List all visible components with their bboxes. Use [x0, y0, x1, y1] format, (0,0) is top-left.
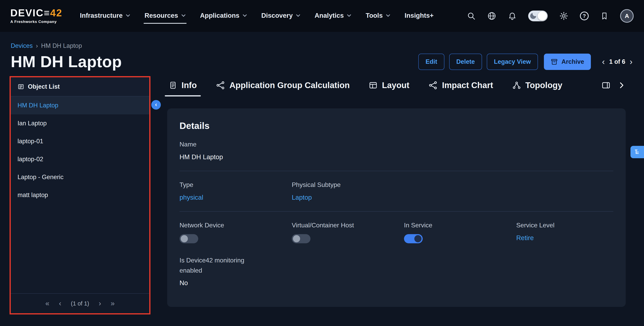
object-list-icon: [18, 83, 24, 90]
tab-impact-chart[interactable]: Impact Chart: [427, 79, 495, 96]
details-panel: Details Name HM DH Laptop Type physical …: [167, 108, 626, 307]
object-list-item[interactable]: laptop-02: [11, 150, 149, 168]
object-list-item[interactable]: laptop-01: [11, 132, 149, 150]
title-row: HM DH Laptop Edit Delete Legacy View Arc…: [11, 53, 633, 71]
share-nodes-icon: [216, 81, 225, 90]
chevron-down-icon: [181, 14, 186, 17]
list-prev-page-button[interactable]: ‹: [59, 299, 61, 308]
page-body: Devices › HM DH Laptop HM DH Laptop Edit…: [0, 42, 644, 313]
type-link[interactable]: physical: [180, 194, 203, 201]
content-row: Object List HM DH Laptop Ian Laptop lapt…: [11, 77, 633, 313]
object-list-item[interactable]: matt laptop: [11, 186, 149, 204]
nav-item-discovery[interactable]: Discovery: [260, 8, 301, 24]
field-label: Service Level: [516, 222, 613, 229]
sidebar-collapse-button[interactable]: ‹: [151, 100, 161, 110]
in-service-toggle[interactable]: [404, 234, 423, 243]
network-device-toggle[interactable]: [180, 234, 198, 243]
virtual-container-host-toggle[interactable]: [292, 234, 310, 243]
bookmarks-button[interactable]: [600, 12, 608, 20]
chevron-down-icon: [386, 14, 390, 17]
device42-app: DEVIC≡42 A Freshworks Company Infrastruc…: [0, 0, 644, 326]
chevron-down-icon: [126, 14, 130, 17]
top-nav: DEVIC≡42 A Freshworks Company Infrastruc…: [0, 0, 644, 32]
type-row: Type physical Physical Subtype Laptop: [180, 181, 613, 201]
nav-item-infrastructure[interactable]: Infrastructure: [79, 8, 131, 24]
field-in-service: In Service: [404, 222, 516, 243]
object-list-sidebar-wrap: Object List HM DH Laptop Ian Laptop lapt…: [11, 77, 149, 313]
nav-item-analytics[interactable]: Analytics: [314, 8, 352, 24]
field-value: HM DH Laptop: [180, 153, 613, 161]
tab-topology[interactable]: Topology: [511, 79, 564, 96]
field-name: Name HM DH Laptop: [180, 141, 613, 161]
nav-item-applications[interactable]: Applications: [199, 8, 248, 24]
field-monitoring: Is Device42 monitoring enabled No: [180, 255, 613, 287]
settings-button[interactable]: [559, 11, 568, 21]
tab-info[interactable]: Info: [167, 79, 198, 96]
theme-toggle-knob: [538, 11, 547, 21]
legacy-view-button[interactable]: Legacy View: [487, 54, 538, 70]
field-network-device: Network Device: [180, 222, 292, 243]
gear-icon: [559, 11, 568, 21]
chevron-down-icon: [347, 14, 351, 17]
device-actions: Edit Delete Legacy View Archive ‹ 1 of 6…: [418, 54, 633, 70]
topology-icon: [512, 81, 521, 90]
pager-next-button[interactable]: ›: [629, 58, 633, 66]
user-avatar[interactable]: A: [620, 9, 634, 23]
field-service-level: Service Level Retire: [516, 222, 613, 243]
tabs-scroll-right-button[interactable]: [617, 81, 626, 89]
detail-tabs: Info Application Group Calculation Layou…: [167, 77, 626, 96]
brand-logo[interactable]: DEVIC≡42 A Freshworks Company: [10, 8, 62, 24]
top-nav-utilities: ? A: [467, 9, 634, 23]
search-button[interactable]: [467, 12, 476, 20]
list-first-page-button[interactable]: «: [45, 299, 49, 308]
physical-subtype-link[interactable]: Laptop: [292, 194, 312, 201]
list-page-label: (1 of 1): [71, 300, 89, 307]
object-list-item[interactable]: Laptop - Generic: [11, 168, 149, 186]
object-list-item[interactable]: Ian Laptop: [11, 114, 149, 132]
tab-application-group-calculation[interactable]: Application Group Calculation: [214, 79, 351, 96]
tab-layout[interactable]: Layout: [367, 79, 411, 96]
list-next-page-button[interactable]: ›: [99, 299, 101, 308]
notifications-button[interactable]: [508, 12, 517, 20]
globe-button[interactable]: [487, 11, 496, 21]
layout-icon: [369, 81, 378, 90]
nav-item-tools[interactable]: Tools: [365, 8, 391, 24]
theme-toggle[interactable]: [528, 11, 548, 21]
field-label: Virtual/Container Host: [292, 222, 404, 229]
archive-button[interactable]: Archive: [544, 54, 591, 70]
page-title: HM DH Laptop: [11, 53, 122, 71]
list-last-page-button[interactable]: »: [111, 299, 115, 308]
edit-button[interactable]: Edit: [418, 54, 444, 70]
breadcrumb-devices-link[interactable]: Devices: [11, 42, 33, 49]
globe-icon: [487, 11, 496, 21]
moon-icon: [530, 13, 536, 19]
primary-nav: Infrastructure Resources Applications Di…: [79, 8, 434, 24]
chevron-down-icon: [242, 14, 247, 17]
object-list-header: Object List: [11, 77, 149, 96]
divider: [180, 171, 613, 171]
pager-label: 1 of 6: [609, 58, 625, 65]
device-detail-main: Info Application Group Calculation Layou…: [167, 77, 633, 313]
bell-icon: [508, 12, 517, 20]
tree-list-icon: [634, 148, 641, 156]
toggles-row: Network Device Virtual/Container Host In…: [180, 222, 613, 243]
object-list-item[interactable]: HM DH Laptop: [11, 96, 149, 114]
delete-button[interactable]: Delete: [449, 54, 482, 70]
details-heading: Details: [180, 120, 613, 131]
record-pager: ‹ 1 of 6 ›: [601, 58, 633, 66]
field-label: Network Device: [180, 222, 292, 229]
brand-wordmark: DEVIC≡42: [10, 8, 62, 18]
pager-prev-button[interactable]: ‹: [601, 58, 606, 66]
field-label: Is Device42 monitoring enabled: [180, 255, 257, 276]
info-tab-icon: [169, 81, 177, 89]
nav-item-resources[interactable]: Resources: [144, 8, 186, 24]
impact-chart-icon: [428, 81, 438, 90]
help-button[interactable]: ?: [580, 12, 589, 20]
field-virtual-container-host: Virtual/Container Host: [292, 222, 404, 243]
service-level-link[interactable]: Retire: [516, 234, 534, 242]
object-tree-flyout-button[interactable]: [630, 146, 644, 158]
field-label: Type: [180, 181, 292, 189]
object-list-pagination: « ‹ (1 of 1) › »: [11, 293, 149, 313]
field-physical-subtype: Physical Subtype Laptop: [292, 181, 613, 201]
nav-item-insights[interactable]: Insights+: [404, 8, 434, 24]
